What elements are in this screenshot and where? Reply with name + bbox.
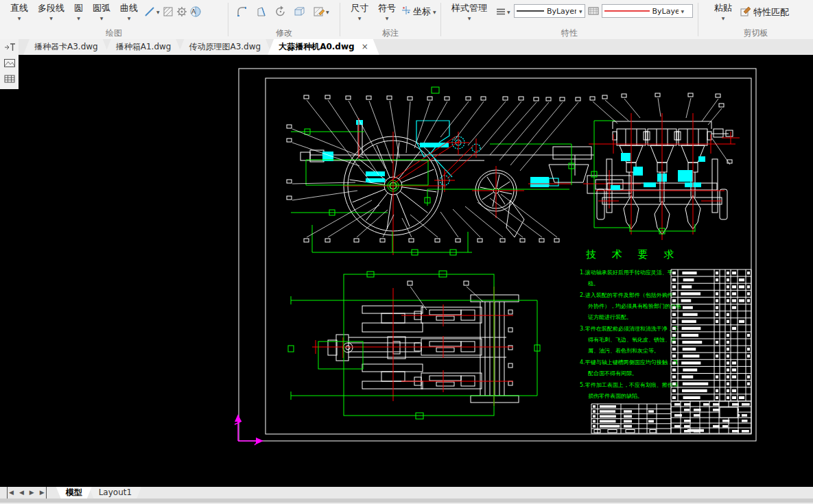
tab-garlic-seeder-a0[interactable]: 大蒜播种机A0.dwg × (268, 39, 379, 55)
tech-requirements-line: 3.零件在装配前必须清理和清洗干净，不 (580, 326, 679, 332)
nav-first-button[interactable]: ◀ (7, 487, 14, 499)
tab-model[interactable]: 模型 (56, 487, 92, 499)
paste-button[interactable]: 粘贴 ▼ (709, 1, 737, 21)
tab-seed-box-a1[interactable]: 播种箱A1.dwg (105, 39, 182, 55)
panel-annotate-label: 标注 (340, 28, 440, 39)
tech-requirements-line: 损伤零件表面的缺陷。 (588, 393, 643, 399)
panel-clipboard: 粘贴 ▼ 特性匹配 剪切板 (698, 0, 813, 39)
chevron-down-icon: ▼ (681, 9, 685, 14)
chevron-down-icon: ▼ (128, 16, 131, 21)
panel-properties-label: 特性 (441, 28, 698, 39)
tab-layout1[interactable]: Layout1 (89, 487, 141, 499)
panel-clipboard-label: 剪切板 (698, 28, 813, 39)
tech-requirements-line: 4.平键与轴上键槽两侧面应均匀接触，其 (580, 359, 679, 365)
tab-transmission-a3[interactable]: 传动原理图A3.dwg (178, 39, 272, 55)
match-properties-icon (740, 5, 752, 20)
curve-button-label: 曲线 (120, 3, 138, 14)
chevron-down-icon: ▼ (468, 16, 471, 21)
polyline-button-label: 多段线 (38, 3, 64, 14)
tech-requirements: 技 术 要 求 1.滚动轴承装好后用手转动应灵活、平 稳。 2.进入装配的零件及… (580, 248, 681, 399)
match-properties-button[interactable]: 特性匹配 (740, 5, 789, 20)
linetype-select[interactable]: ByLayer ▼ (514, 4, 585, 18)
image-frame-icon[interactable] (3, 56, 16, 70)
symbol-button-label: 符号 (378, 3, 396, 14)
chevron-down-icon: ▼ (722, 16, 725, 21)
chevron-down-icon: ▼ (100, 16, 104, 21)
tech-requirements-line: 稳。 (587, 280, 599, 287)
linetype-sample-line (517, 9, 544, 13)
layout-tab-bar: ◀ ◀ ▶ ▶ 模型 Layout1 (0, 487, 813, 499)
tech-requirements-line: 得有毛刺、飞边、氧化皮、锈蚀、切 (588, 337, 676, 343)
circle-button[interactable]: 圆 ▼ (69, 1, 88, 21)
hatch-icon[interactable] (161, 5, 175, 19)
arc-button[interactable]: 圆弧 ▼ (88, 1, 115, 21)
panel-properties: 样式管理 ▼ ▼ ByLayer ▼ ByLayer (441, 0, 698, 39)
color-sample-line (604, 9, 650, 13)
chevron-down-icon[interactable]: ▼ (507, 10, 510, 14)
chamfer-icon[interactable] (255, 5, 268, 19)
tech-requirements-line: 2.进入装配的零件及部件（包括外购件、 (580, 292, 679, 298)
panel-draw: 直线 ▼ 多段线 ▼ 圆 ▼ 圆弧 ▼ 曲线 ▼ (0, 0, 228, 39)
tab-label: 传动原理图A3.dwg (189, 39, 261, 55)
nav-last-button[interactable]: ▶ (40, 487, 47, 499)
color-select[interactable]: ByLayer ▼ (602, 4, 693, 18)
label-move-icon[interactable] (3, 40, 16, 54)
linetype-value: ByLayer (547, 7, 576, 16)
tech-requirements-line: 证方能进行装配。 (588, 314, 632, 320)
grip-square (432, 87, 439, 93)
side-view (291, 118, 641, 255)
tech-requirements-line: 配合面不得有间隙。 (588, 370, 637, 376)
coordinate-button-label: 坐标 (413, 5, 431, 18)
close-tab-icon[interactable]: × (362, 39, 368, 55)
chevron-down-icon[interactable]: ▼ (326, 10, 329, 14)
chevron-down-icon: ▼ (386, 16, 389, 21)
edit-region-icon[interactable] (312, 5, 326, 19)
coordinate-button[interactable]: 坐标 ▼ (401, 5, 436, 19)
match-properties-label: 特性匹配 (753, 6, 789, 19)
plan-view (288, 271, 540, 419)
grid-table-icon[interactable] (3, 72, 16, 86)
style-manager-button[interactable]: 样式管理 ▼ (447, 1, 492, 21)
panel-modify: ▼ 修改 (228, 0, 340, 39)
bom-table (671, 269, 751, 401)
tech-requirements-line: 屑、油污、着色剂和灰尘等。 (588, 348, 659, 354)
text-style-icon[interactable]: A (189, 5, 202, 19)
nav-prev-button[interactable]: ◀ (19, 487, 24, 499)
rear-view (589, 113, 740, 240)
nav-next-button[interactable]: ▶ (30, 487, 34, 499)
drawing-canvas[interactable]: 技 术 要 求 1.滚动轴承装好后用手转动应灵活、平 稳。 2.进入装配的零件及… (0, 55, 813, 487)
tab-label: 大蒜播种机A0.dwg (279, 39, 354, 55)
tab-seeder-card-a3[interactable]: 播种器卡A3.dwg (23, 39, 109, 55)
polyline-button[interactable]: 多段线 ▼ (33, 1, 69, 21)
tab-label: 播种箱A1.dwg (116, 39, 172, 55)
circle-button-label: 圆 (74, 3, 83, 14)
rotate-icon[interactable] (274, 5, 287, 19)
list-icon[interactable] (495, 5, 507, 19)
orbit-3d-icon[interactable] (293, 5, 307, 19)
arc-button-label: 圆弧 (93, 3, 110, 14)
cad-application-window: 直线 ▼ 多段线 ▼ 圆 ▼ 圆弧 ▼ 曲线 ▼ (0, 0, 813, 504)
line-button[interactable]: 直线 ▼ (5, 1, 33, 21)
tab-label: 播种器卡A3.dwg (34, 39, 98, 55)
chevron-down-icon: ▼ (579, 9, 582, 14)
chevron-down-icon: ▼ (358, 16, 362, 21)
panel-annotate: 尺寸 ▼ 符号 ▼ 坐标 ▼ 标注 (340, 0, 440, 39)
symbol-button[interactable]: 符号 ▼ (373, 1, 401, 21)
dimension-button[interactable]: 尺寸 ▼ (346, 1, 373, 21)
line-segment-icon[interactable] (143, 5, 156, 19)
tech-requirements-line: 外协件），均必须具有检验部门的合格 (588, 303, 681, 309)
fillet-icon[interactable] (235, 5, 249, 19)
curve-button[interactable]: 曲线 ▼ (115, 1, 143, 21)
title-block (591, 401, 751, 433)
chevron-down-icon[interactable]: ▼ (156, 10, 160, 14)
cad-drawing[interactable]: 技 术 要 求 1.滚动轴承装好后用手转动应灵活、平 稳。 2.进入装配的零件及… (0, 55, 813, 487)
layers-icon[interactable] (587, 4, 600, 18)
gear-icon[interactable] (175, 5, 189, 19)
coordinate-icon (401, 5, 412, 19)
chevron-down-icon: ▼ (18, 16, 21, 21)
ribbon: 直线 ▼ 多段线 ▼ 圆 ▼ 圆弧 ▼ 曲线 ▼ (0, 0, 813, 40)
style-manager-label: 样式管理 (451, 3, 487, 14)
panel-modify-label: 修改 (228, 28, 340, 39)
chevron-down-icon: ▼ (77, 16, 80, 21)
line-button-label: 直线 (10, 3, 28, 14)
